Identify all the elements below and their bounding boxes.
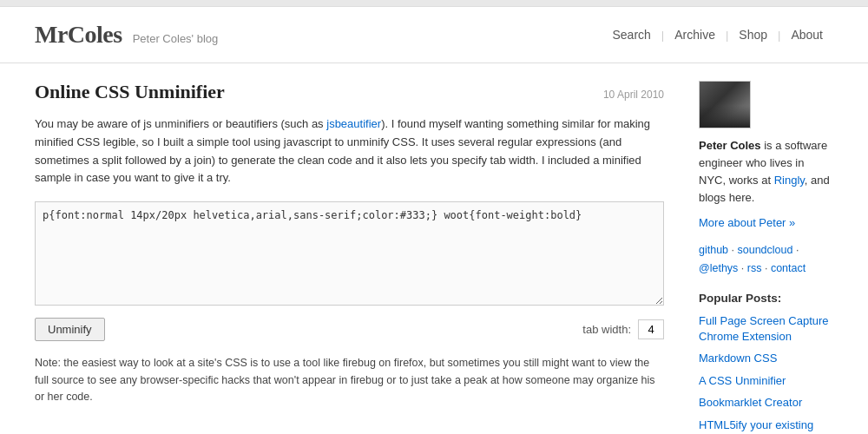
unminify-row: Unminify tab width:	[35, 318, 664, 341]
contact-link[interactable]: contact	[771, 262, 806, 274]
tab-width-label: tab width:	[582, 323, 631, 336]
popular-post-link[interactable]: Bookmarklet Creator	[699, 395, 833, 411]
header: MrColes Peter Coles' blog Search | Archi…	[0, 7, 868, 63]
main-content: Online CSS Unminifier 10 April 2010 You …	[35, 81, 664, 434]
header-left: MrColes Peter Coles' blog	[35, 21, 218, 49]
top-bar	[0, 0, 868, 7]
sidebar: Peter Coles is a software engineer who l…	[699, 81, 833, 434]
page-body: Online CSS Unminifier 10 April 2010 You …	[0, 63, 868, 434]
popular-post-link[interactable]: Markdown CSS	[699, 351, 833, 366]
post-header: Online CSS Unminifier 10 April 2010	[35, 81, 664, 103]
lethys-link[interactable]: @lethys	[699, 262, 738, 274]
social-sep-2: ·	[796, 244, 799, 256]
tab-width-row: tab width:	[582, 319, 664, 339]
soundcloud-link[interactable]: soundcloud	[738, 244, 793, 256]
post-date: 10 April 2010	[603, 89, 664, 101]
github-link[interactable]: github	[699, 244, 728, 256]
rss-link[interactable]: rss	[747, 262, 762, 274]
social-sep-4: ·	[765, 262, 771, 274]
social-sep-3: ·	[741, 262, 747, 274]
ringly-link[interactable]: Ringly	[774, 174, 805, 187]
note-text: Note: the easiest way to look at a site'…	[35, 355, 664, 405]
nav-archive[interactable]: Archive	[664, 28, 726, 42]
jsbeautifier-link[interactable]: jsbeautifier	[326, 117, 381, 130]
main-nav: Search | Archive | Shop | About	[602, 28, 833, 42]
nav-search[interactable]: Search	[602, 28, 661, 42]
popular-posts-list: Full Page Screen Capture Chrome Extensio…	[699, 313, 833, 434]
social-sep-1: ·	[732, 244, 738, 256]
css-textarea[interactable]: p{font:normal 14px/20px helvetica,arial,…	[35, 201, 664, 306]
post-body-text-1: You may be aware of js unminifiers or be…	[35, 117, 326, 130]
popular-post-link[interactable]: A CSS Unminifier	[699, 373, 833, 389]
bio-name: Peter Coles	[699, 139, 761, 152]
social-links: github · soundcloud · @lethys · rss · co…	[699, 241, 833, 279]
unminify-button[interactable]: Unminify	[35, 318, 105, 341]
popular-posts-title: Popular Posts:	[699, 292, 833, 305]
avatar	[699, 81, 751, 128]
site-tagline: Peter Coles' blog	[133, 32, 219, 45]
nav-about[interactable]: About	[780, 28, 833, 42]
bio: Peter Coles is a software engineer who l…	[699, 137, 833, 207]
post-title: Online CSS Unminifier	[35, 81, 225, 103]
nav-shop[interactable]: Shop	[728, 28, 778, 42]
popular-post-link[interactable]: HTML5ify your existing code base	[699, 418, 833, 434]
popular-post-link[interactable]: Full Page Screen Capture Chrome Extensio…	[699, 313, 833, 344]
tab-width-input[interactable]	[638, 319, 664, 339]
more-about-peter-link[interactable]: More about Peter »	[699, 216, 833, 229]
site-title: MrColes	[35, 21, 122, 49]
post-body: You may be aware of js unminifiers or be…	[35, 115, 664, 187]
